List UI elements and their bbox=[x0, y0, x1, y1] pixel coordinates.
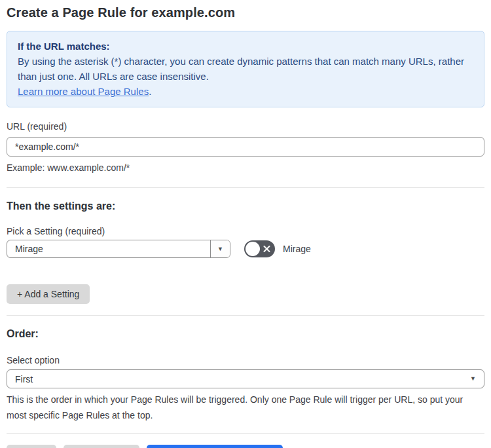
chevron-down-icon: ▼ bbox=[470, 376, 476, 382]
info-box-heading: If the URL matches: bbox=[18, 39, 473, 54]
url-field-helper: Example: www.example.com/* bbox=[7, 160, 484, 175]
url-field-group: URL (required) Example: www.example.com/… bbox=[7, 121, 484, 175]
divider bbox=[7, 187, 484, 188]
toggle-knob bbox=[245, 242, 260, 256]
setting-row: Mirage ▼ Mirage bbox=[7, 240, 484, 258]
info-box-body: By using the asterisk (*) character, you… bbox=[18, 54, 473, 84]
setting-dropdown-arrow-button[interactable]: ▼ bbox=[210, 240, 230, 257]
divider bbox=[7, 315, 484, 316]
learn-more-link[interactable]: Learn more about Page Rules bbox=[18, 86, 149, 97]
divider bbox=[7, 433, 484, 434]
url-matches-info-box: If the URL matches: By using the asteris… bbox=[7, 31, 484, 107]
info-box-link-line: Learn more about Page Rules. bbox=[18, 84, 473, 99]
setting-dropdown-value: Mirage bbox=[7, 240, 210, 257]
url-field-label: URL (required) bbox=[7, 121, 484, 132]
footer-actions: Cancel Save as Draft Save and Deploy Pag… bbox=[7, 445, 484, 448]
page-rule-form: Create a Page Rule for example.com If th… bbox=[0, 0, 491, 448]
x-icon bbox=[263, 246, 270, 253]
settings-section-heading: Then the settings are: bbox=[7, 200, 484, 212]
add-setting-button[interactable]: + Add a Setting bbox=[7, 284, 90, 304]
order-section-heading: Order: bbox=[7, 328, 484, 340]
order-helper-text: This is the order in which your Page Rul… bbox=[7, 392, 484, 423]
toggle-label: Mirage bbox=[283, 244, 311, 254]
page-title: Create a Page Rule for example.com bbox=[7, 5, 484, 20]
order-select-value: First bbox=[15, 374, 33, 384]
pick-setting-label: Pick a Setting (required) bbox=[7, 226, 484, 236]
save-and-deploy-button[interactable]: Save and Deploy Page Rule bbox=[147, 445, 283, 448]
url-input[interactable] bbox=[7, 137, 484, 157]
chevron-down-icon: ▼ bbox=[217, 246, 223, 252]
link-suffix: . bbox=[149, 86, 151, 97]
order-select[interactable]: First ▼ bbox=[7, 369, 484, 388]
cancel-button[interactable]: Cancel bbox=[7, 445, 56, 448]
save-as-draft-button[interactable]: Save as Draft bbox=[64, 445, 140, 448]
setting-dropdown[interactable]: Mirage ▼ bbox=[7, 240, 230, 258]
select-option-label: Select option bbox=[7, 355, 484, 365]
mirage-toggle[interactable] bbox=[244, 240, 275, 257]
